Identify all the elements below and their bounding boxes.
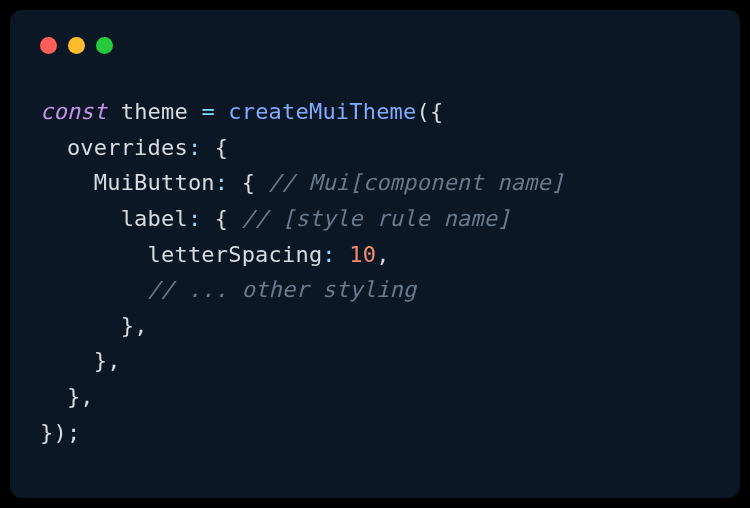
keyword-const: const xyxy=(40,99,107,124)
brace-open: { xyxy=(215,135,228,160)
comment-component: // Mui[component name] xyxy=(269,170,565,195)
comment-rule: // [style rule name] xyxy=(242,206,511,231)
prop-letterSpacing: letterSpacing xyxy=(148,242,323,267)
function-createMuiTheme: createMuiTheme xyxy=(228,99,416,124)
code-block: const theme = createMuiTheme({ overrides… xyxy=(10,58,740,450)
code-window: const theme = createMuiTheme({ overrides… xyxy=(10,10,740,498)
operator-equals: = xyxy=(201,99,214,124)
number-10: 10 xyxy=(349,242,376,267)
comma: , xyxy=(376,242,389,267)
brace-open: { xyxy=(215,206,228,231)
window-titlebar xyxy=(10,10,740,58)
brace-close: } xyxy=(121,313,134,338)
prop-overrides: overrides xyxy=(67,135,188,160)
comment-other: // ... other styling xyxy=(148,277,417,302)
brace-open: { xyxy=(430,99,443,124)
brace-close: } xyxy=(40,420,53,445)
brace-open: { xyxy=(242,170,255,195)
minimize-icon[interactable] xyxy=(68,37,85,54)
prop-MuiButton: MuiButton xyxy=(94,170,215,195)
brace-close: } xyxy=(94,348,107,373)
paren-close: ) xyxy=(53,420,66,445)
colon: : xyxy=(322,242,335,267)
semicolon: ; xyxy=(67,420,80,445)
colon: : xyxy=(188,206,201,231)
close-icon[interactable] xyxy=(40,37,57,54)
paren-open: ( xyxy=(417,99,430,124)
brace-close: } xyxy=(67,384,80,409)
identifier-theme: theme xyxy=(121,99,188,124)
prop-label: label xyxy=(121,206,188,231)
maximize-icon[interactable] xyxy=(96,37,113,54)
colon: : xyxy=(215,170,228,195)
comma: , xyxy=(107,348,120,373)
comma: , xyxy=(80,384,93,409)
comma: , xyxy=(134,313,147,338)
colon: : xyxy=(188,135,201,160)
